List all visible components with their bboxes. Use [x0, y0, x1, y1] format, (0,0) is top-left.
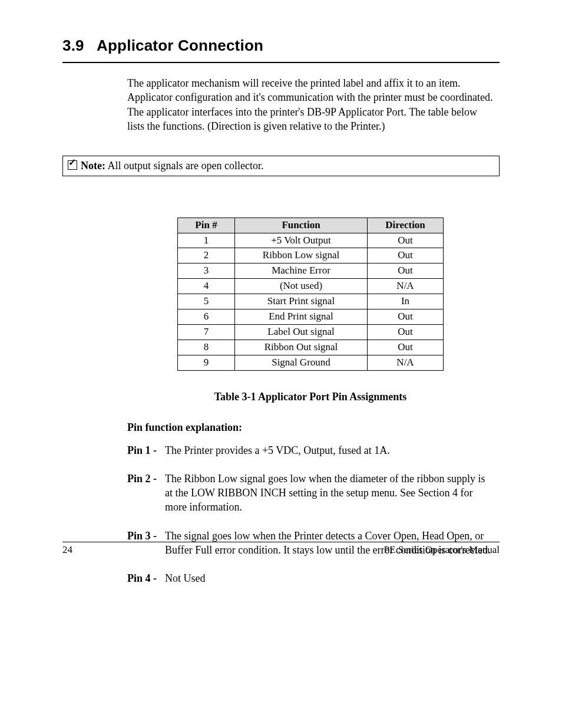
table-cell: Ribbon Out signal: [235, 340, 368, 355]
table-cell: Out: [368, 233, 444, 248]
table-row: 3Machine ErrorOut: [178, 263, 444, 279]
pin-label: Pin 2 -: [127, 472, 165, 515]
table-cell: 8: [178, 340, 235, 355]
page-footer: 24 PE Series Operator's Manual: [62, 542, 500, 557]
table-row: 2Ribbon Low signalOut: [178, 248, 444, 263]
table-cell: Out: [368, 248, 444, 263]
table-header-row: Pin # Function Direction: [178, 218, 444, 233]
note-label: Note:: [81, 160, 105, 172]
pin-text: Not Used: [165, 571, 494, 585]
table-row: 8Ribbon Out signalOut: [178, 340, 444, 355]
section-heading: 3.9 Applicator Connection: [62, 35, 500, 63]
table-cell: +5 Volt Output: [235, 233, 368, 248]
pin-explanation: Pin 1 -The Printer provides a +5 VDC, Ou…: [127, 443, 494, 457]
table-cell: 5: [178, 294, 235, 309]
note-box: Note: All output signals are open collec…: [62, 156, 500, 176]
table-cell: In: [368, 294, 444, 309]
footer-rule: [62, 542, 500, 542]
section-title: Applicator Connection: [97, 37, 263, 54]
note-text: All output signals are open collector.: [108, 160, 264, 172]
table-cell: 6: [178, 309, 235, 325]
table-cell: Machine Error: [235, 263, 368, 279]
table-cell: Start Print signal: [235, 294, 368, 309]
table-cell: 3: [178, 263, 235, 279]
table-header: Function: [235, 218, 368, 233]
page-number: 24: [62, 543, 72, 557]
table-row: 6End Print signalOut: [178, 309, 444, 325]
table-row: 4(Not used)N/A: [178, 279, 444, 294]
table-cell: End Print signal: [235, 309, 368, 325]
table-header: Direction: [368, 218, 444, 233]
table-row: 1+5 Volt OutputOut: [178, 233, 444, 248]
table-cell: Signal Ground: [235, 355, 368, 371]
table-cell: N/A: [368, 279, 444, 294]
table-cell: Out: [368, 309, 444, 325]
table-cell: 7: [178, 325, 235, 340]
table-cell: 4: [178, 279, 235, 294]
table-cell: Label Out signal: [235, 325, 368, 340]
pin-text: The Ribbon Low signal goes low when the …: [165, 472, 494, 515]
ballot-check-icon: [68, 160, 77, 170]
pin-explanation: Pin 2 -The Ribbon Low signal goes low wh…: [127, 472, 494, 515]
table-row: 5Start Print signalIn: [178, 294, 444, 309]
table-cell: Out: [368, 263, 444, 279]
table-cell: Out: [368, 325, 444, 340]
table-cell: Out: [368, 340, 444, 355]
pin-label: Pin 1 -: [127, 443, 165, 457]
explanation-heading: Pin function explanation:: [127, 420, 494, 434]
table-cell: Ribbon Low signal: [235, 248, 368, 263]
table-cell: 2: [178, 248, 235, 263]
section-number: 3.9: [62, 37, 84, 54]
pin-explanation: Pin 4 -Not Used: [127, 571, 494, 585]
table-caption: Table 3-1 Applicator Port Pin Assignment…: [127, 390, 494, 404]
intro-paragraph: The applicator mechanism will receive th…: [127, 76, 494, 133]
table-row: 9Signal GroundN/A: [178, 355, 444, 371]
table-row: 7Label Out signalOut: [178, 325, 444, 340]
table-header: Pin #: [178, 218, 235, 233]
table-cell: N/A: [368, 355, 444, 371]
pin-text: The Printer provides a +5 VDC, Output, f…: [165, 443, 494, 457]
pin-label: Pin 4 -: [127, 571, 165, 585]
manual-title: PE Series Operator's Manual: [384, 543, 500, 557]
table-cell: 9: [178, 355, 235, 371]
table-cell: (Not used): [235, 279, 368, 294]
table-cell: 1: [178, 233, 235, 248]
pin-table: Pin # Function Direction 1+5 Volt Output…: [177, 218, 444, 371]
